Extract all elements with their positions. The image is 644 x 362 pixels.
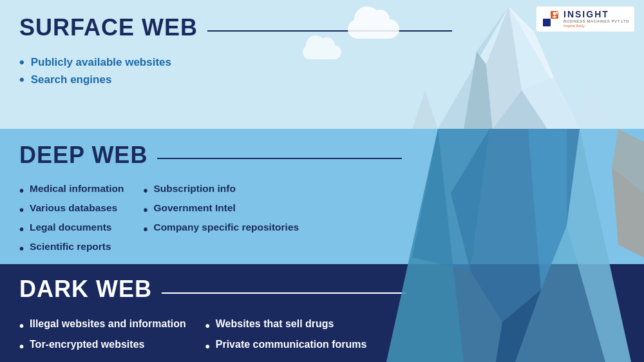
deep-web-title: DEEP WEB bbox=[19, 142, 147, 169]
deep-right-item-3: Company specific repositories bbox=[143, 222, 299, 237]
deep-web-left-list: Medical information Various databases Le… bbox=[19, 183, 124, 260]
dark-left-item-2: Tor-encrypted websites bbox=[19, 339, 186, 354]
surface-web-list: Publicly available websites Search engin… bbox=[19, 55, 625, 87]
deep-right-item-1: Subscription info bbox=[143, 183, 299, 198]
deep-web-columns: Medical information Various databases Le… bbox=[19, 183, 625, 260]
svg-point-21 bbox=[553, 12, 556, 15]
deep-left-item-2: Various databases bbox=[19, 202, 124, 218]
deep-web-divider bbox=[157, 158, 402, 159]
cloud-1 bbox=[348, 19, 399, 39]
deep-right-item-2: Government Intel bbox=[143, 202, 299, 218]
logo-text-group: INSIGHT BUSINESS MACHINES PVT LTD Inspir… bbox=[564, 10, 629, 28]
dark-web-divider bbox=[162, 292, 406, 294]
main-container: SURFACE WEB Publicly available websites … bbox=[0, 0, 644, 362]
logo-icon bbox=[542, 10, 560, 28]
deep-web-section: DEEP WEB Medical information Various dat… bbox=[0, 129, 644, 264]
dark-web-left-list: Illegal websites and information Tor-enc… bbox=[19, 318, 186, 359]
dark-web-title: DARK WEB bbox=[19, 276, 152, 303]
svg-rect-26 bbox=[543, 19, 551, 26]
logo-tagline: Inspire lively bbox=[564, 24, 629, 28]
dark-web-section: DARK WEB Illegal websites and informatio… bbox=[0, 264, 644, 362]
logo-subtitle: BUSINESS MACHINES PVT LTD bbox=[564, 19, 629, 24]
surface-item-2: Search engines bbox=[19, 73, 625, 87]
insight-logo: INSIGHT BUSINESS MACHINES PVT LTD Inspir… bbox=[536, 6, 634, 32]
dark-web-columns: Illegal websites and information Tor-enc… bbox=[19, 318, 625, 359]
cloud-2 bbox=[303, 45, 341, 59]
logo-name: INSIGHT bbox=[564, 10, 629, 19]
surface-web-divider bbox=[207, 30, 452, 32]
deep-web-right-list: Subscription info Government Intel Compa… bbox=[143, 183, 299, 260]
dark-right-item-2: Private communication forums bbox=[205, 339, 367, 354]
deep-web-title-row: DEEP WEB bbox=[19, 142, 625, 175]
dark-left-item-1: Illegal websites and information bbox=[19, 318, 186, 334]
dark-web-right-list: Websites that sell drugs Private communi… bbox=[205, 318, 367, 359]
deep-left-item-1: Medical information bbox=[19, 183, 124, 198]
deep-left-item-4: Scientific reports bbox=[19, 241, 124, 256]
dark-right-item-1: Websites that sell drugs bbox=[205, 318, 367, 334]
deep-left-item-3: Legal documents bbox=[19, 222, 124, 237]
surface-web-title: SURFACE WEB bbox=[19, 14, 198, 41]
dark-web-title-row: DARK WEB bbox=[19, 276, 625, 310]
